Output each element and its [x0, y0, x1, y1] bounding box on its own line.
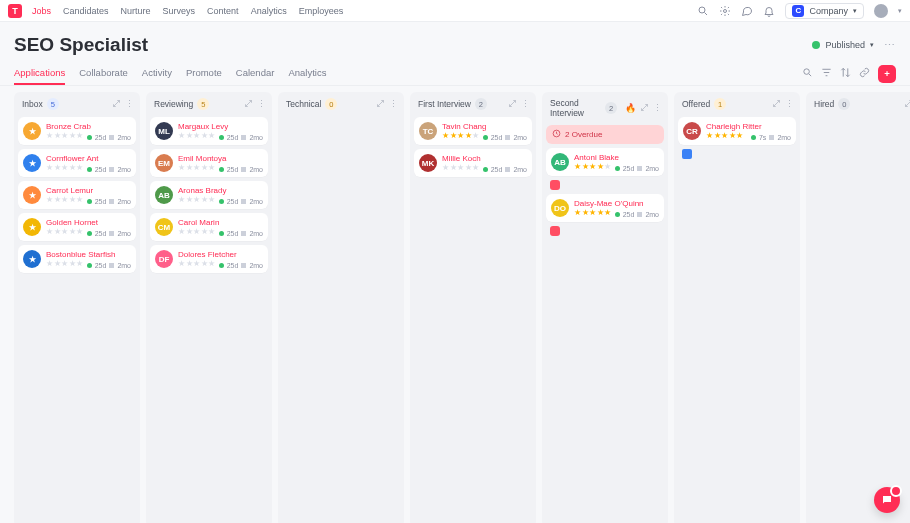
status-label: Published	[825, 40, 865, 50]
card-time: 2mo	[249, 134, 263, 141]
status-badge[interactable]: Published ▾	[812, 40, 874, 50]
nav-surveys[interactable]: Surveys	[163, 6, 196, 16]
expand-icon[interactable]	[904, 99, 910, 110]
stage-icon	[109, 231, 114, 236]
expand-icon[interactable]	[244, 99, 253, 110]
candidate-card[interactable]: ★Bronze Crab★★★★★25d2mo	[18, 117, 136, 145]
avatar: MK	[419, 154, 437, 172]
user-avatar[interactable]	[874, 4, 888, 18]
card-meta: 25d2mo	[87, 230, 131, 237]
candidate-name: Charleigh Ritter	[706, 122, 791, 131]
status-dot-icon	[219, 199, 224, 204]
candidate-card[interactable]: ★Golden Hornet★★★★★25d2mo	[18, 213, 136, 241]
stage-icon	[241, 199, 246, 204]
column-more-menu[interactable]: ⋮	[521, 99, 530, 109]
card-age: 25d	[95, 198, 107, 205]
svg-point-0	[699, 7, 705, 13]
chevron-down-icon[interactable]: ▾	[898, 7, 902, 15]
column-title: Offered	[682, 99, 710, 109]
sort-icon[interactable]	[840, 67, 851, 80]
card-meta: 7s2mo	[751, 134, 791, 141]
column-count: 0	[325, 98, 337, 110]
card-time: 2mo	[513, 166, 527, 173]
nav-candidates[interactable]: Candidates	[63, 6, 109, 16]
expand-icon[interactable]	[640, 103, 649, 114]
column-more-menu[interactable]: ⋮	[785, 99, 794, 109]
flag-icon[interactable]	[550, 180, 560, 190]
card-age: 25d	[95, 230, 107, 237]
gear-icon[interactable]	[719, 5, 731, 17]
card-age: 25d	[227, 198, 239, 205]
nav-actions: C Company ▾ ▾	[697, 3, 902, 19]
card-time: 2mo	[249, 230, 263, 237]
column-more-menu[interactable]: ⋮	[389, 99, 398, 109]
status-dot-icon	[87, 167, 92, 172]
avatar: AB	[155, 186, 173, 204]
candidate-name: Margaux Levy	[178, 122, 263, 131]
candidate-card[interactable]: DFDolores Fletcher★★★★★25d2mo	[150, 245, 268, 273]
card-age: 25d	[227, 230, 239, 237]
chat-icon[interactable]	[741, 5, 753, 17]
link-icon[interactable]	[859, 67, 870, 80]
chat-fab[interactable]	[874, 487, 900, 513]
column-more-menu[interactable]: ⋮	[125, 99, 134, 109]
expand-icon[interactable]	[112, 99, 121, 110]
kanban-board: Inbox5⋮★Bronze Crab★★★★★25d2mo★Cornflowe…	[0, 86, 910, 523]
candidate-name: Carol Marin	[178, 218, 263, 227]
search-icon[interactable]	[802, 67, 813, 80]
candidate-card[interactable]: MKMillie Koch★★★★★25d2mo	[414, 149, 532, 177]
chevron-down-icon: ▾	[853, 7, 857, 15]
expand-icon[interactable]	[376, 99, 385, 110]
board-tools: +	[802, 65, 896, 83]
avatar: ML	[155, 122, 173, 140]
tab-calendar[interactable]: Calendar	[236, 62, 275, 85]
candidate-card[interactable]: TCTavin Chang★★★★★25d2mo	[414, 117, 532, 145]
tab-applications[interactable]: Applications	[14, 62, 65, 85]
nav-nurture[interactable]: Nurture	[121, 6, 151, 16]
kanban-column: Inbox5⋮★Bronze Crab★★★★★25d2mo★Cornflowe…	[14, 92, 140, 523]
column-header: Second Interview2🔥⋮	[546, 97, 664, 121]
candidate-card[interactable]: ABAntoni Blake★★★★★25d2mo	[546, 148, 664, 176]
nav-analytics[interactable]: Analytics	[251, 6, 287, 16]
avatar: EM	[155, 154, 173, 172]
candidate-name: Emil Montoya	[178, 154, 263, 163]
tab-analytics[interactable]: Analytics	[288, 62, 326, 85]
column-title: Hired	[814, 99, 834, 109]
candidate-card[interactable]: CRCharleigh Ritter★★★★★7s2mo	[678, 117, 796, 145]
candidate-card[interactable]: ★Bostonblue Starfish★★★★★25d2mo	[18, 245, 136, 273]
nav-content[interactable]: Content	[207, 6, 239, 16]
tab-activity[interactable]: Activity	[142, 62, 172, 85]
tab-collaborate[interactable]: Collaborate	[79, 62, 128, 85]
candidate-card[interactable]: EMEmil Montoya★★★★★25d2mo	[150, 149, 268, 177]
company-switcher[interactable]: C Company ▾	[785, 3, 864, 19]
column-more-menu[interactable]: ⋮	[653, 103, 662, 113]
nav-employees[interactable]: Employees	[299, 6, 344, 16]
candidate-card[interactable]: MLMargaux Levy★★★★★25d2mo	[150, 117, 268, 145]
candidate-card[interactable]: CMCarol Marin★★★★★25d2mo	[150, 213, 268, 241]
brand-logo[interactable]: T	[8, 4, 22, 18]
candidate-card[interactable]: ★Cornflower Ant★★★★★25d2mo	[18, 149, 136, 177]
card-age: 25d	[227, 262, 239, 269]
overdue-pill[interactable]: 2 Overdue	[546, 125, 664, 144]
card-meta: 25d2mo	[87, 262, 131, 269]
candidate-card[interactable]: DODaisy-Mae O'Quinn★★★★★25d2mo	[546, 194, 664, 222]
candidate-card[interactable]: ABAronas Brady★★★★★25d2mo	[150, 181, 268, 209]
column-title: Reviewing	[154, 99, 193, 109]
tab-promote[interactable]: Promote	[186, 62, 222, 85]
search-icon[interactable]	[697, 5, 709, 17]
filter-icon[interactable]	[821, 67, 832, 80]
flag-icon[interactable]	[550, 226, 560, 236]
column-count: 2	[605, 102, 617, 114]
add-button[interactable]: +	[878, 65, 896, 83]
expand-icon[interactable]	[772, 99, 781, 110]
nav-jobs[interactable]: Jobs	[32, 6, 51, 16]
link-chip-icon[interactable]	[682, 149, 692, 159]
bell-icon[interactable]	[763, 5, 775, 17]
candidate-card[interactable]: ★Carrot Lemur★★★★★25d2mo	[18, 181, 136, 209]
status-dot-icon	[615, 166, 620, 171]
more-menu[interactable]: ⋯	[884, 39, 896, 52]
column-more-menu[interactable]: ⋮	[257, 99, 266, 109]
card-meta: 25d2mo	[219, 262, 263, 269]
expand-icon[interactable]	[508, 99, 517, 110]
chevron-down-icon: ▾	[870, 41, 874, 49]
